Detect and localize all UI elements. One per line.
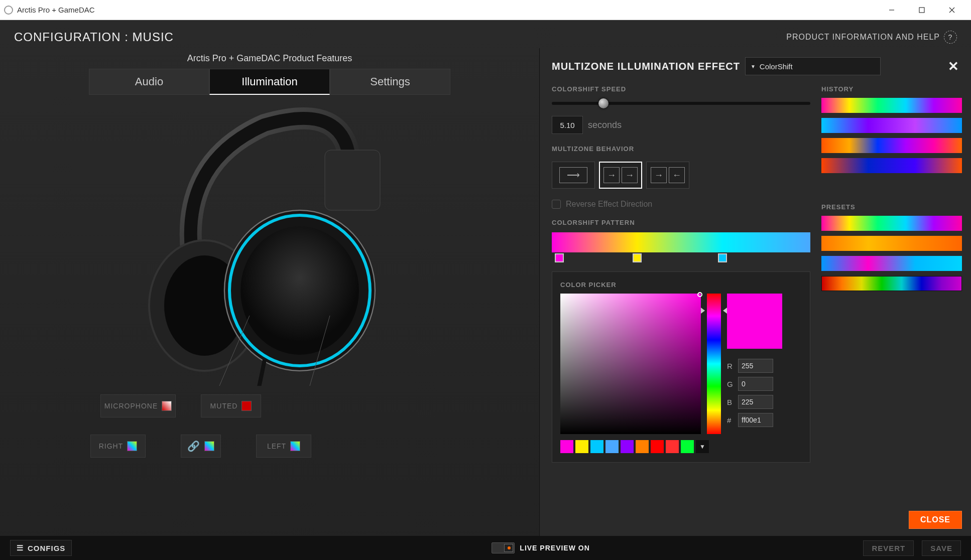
color-preview (727, 294, 782, 349)
swatch[interactable] (651, 440, 664, 453)
history-swatch[interactable] (821, 118, 962, 133)
b-label: B (727, 398, 734, 406)
zone-microphone-swatch (162, 401, 172, 411)
swatch[interactable] (636, 440, 649, 453)
behavior-sync[interactable]: ⟶ (552, 162, 595, 189)
zone-right[interactable]: RIGHT (90, 435, 146, 458)
configs-button[interactable]: ☰ CONFIGS (10, 540, 72, 556)
arrow-right-icon: → (603, 167, 620, 183)
tab-audio[interactable]: Audio (89, 69, 209, 95)
help-link[interactable]: PRODUCT INFORMATION AND HELP ? (786, 31, 957, 44)
chevron-down-icon: ▼ (751, 64, 756, 69)
speed-label: COLORSHIFT SPEED (552, 85, 810, 93)
hex-input[interactable] (738, 413, 773, 427)
picker-label: COLOR PICKER (560, 281, 802, 289)
history-swatch[interactable] (821, 158, 962, 173)
swatch[interactable] (621, 440, 634, 453)
live-preview-toggle[interactable]: LIVE PREVIEW ON (492, 542, 589, 553)
effect-dropdown[interactable]: ▼ ColorShift (745, 57, 881, 75)
zone-microphone[interactable]: MICROPHONE (100, 394, 176, 417)
tab-settings[interactable]: Settings (330, 69, 450, 95)
speed-slider-thumb[interactable] (598, 98, 609, 108)
zone-link[interactable]: 🔗 (181, 435, 221, 458)
swatch[interactable] (666, 440, 679, 453)
app-header: CONFIGURATION : MUSIC PRODUCT INFORMATIO… (0, 20, 971, 48)
help-link-label: PRODUCT INFORMATION AND HELP (786, 33, 940, 42)
b-input[interactable] (738, 395, 773, 409)
window-titlebar: Arctis Pro + GameDAC (0, 0, 971, 20)
speed-slider[interactable] (552, 102, 810, 105)
speed-value-input[interactable]: 5.10 (552, 116, 583, 134)
g-input[interactable] (738, 377, 773, 391)
pattern-label: COLORSHIFT PATTERN (552, 219, 810, 226)
close-panel-icon[interactable]: ✕ (945, 59, 962, 74)
zone-microphone-label: MICROPHONE (104, 402, 158, 410)
behavior-opposite[interactable]: → ← (646, 162, 689, 189)
minimize-button[interactable] (877, 1, 907, 20)
illumination-effect-panel: MULTIZONE ILLUMINATION EFFECT ▼ ColorShi… (539, 48, 971, 536)
history-swatch[interactable] (821, 138, 962, 153)
zone-left-swatch (290, 441, 300, 451)
swatch[interactable] (560, 440, 573, 453)
history-swatch[interactable] (821, 98, 962, 113)
swatch-more-icon[interactable]: ▼ (696, 440, 709, 453)
swatch[interactable] (681, 440, 694, 453)
zone-muted[interactable]: MUTED (201, 394, 261, 417)
r-label: R (727, 362, 734, 370)
arrow-right-long-icon: ⟶ (559, 167, 587, 183)
tab-illumination[interactable]: Illumination (209, 69, 330, 95)
behavior-label: MULTIZONE BEHAVIOR (552, 145, 810, 153)
maximize-button[interactable] (907, 1, 937, 20)
preset-swatch[interactable] (821, 256, 962, 271)
arrow-right-icon: → (651, 167, 667, 183)
presets-label: PRESETS (821, 203, 962, 211)
swatch[interactable] (575, 440, 588, 453)
product-features-label: Arctis Pro + GameDAC Product Features (187, 53, 352, 64)
link-icon: 🔗 (187, 440, 200, 452)
effect-selected: ColorShift (760, 62, 793, 71)
recent-swatches: ▼ (560, 440, 802, 453)
pattern-stop-2[interactable] (633, 253, 642, 262)
window-title: Arctis Pro + GameDAC (17, 6, 95, 14)
close-button[interactable]: CLOSE (909, 511, 962, 529)
toggle-icon (492, 542, 515, 553)
revert-button[interactable]: REVERT (863, 540, 914, 556)
speed-unit: seconds (588, 120, 622, 130)
hex-label: # (727, 416, 734, 425)
pattern-stop-3[interactable] (718, 253, 727, 262)
zone-right-swatch (127, 441, 137, 451)
sv-cursor[interactable] (697, 292, 702, 297)
hue-cursor[interactable] (704, 308, 724, 313)
saturation-value-area[interactable] (560, 294, 701, 434)
svg-rect-1 (919, 8, 924, 13)
behavior-same-direction[interactable]: → → (599, 162, 642, 189)
color-picker: COLOR PICKER R (552, 271, 810, 463)
close-window-button[interactable] (937, 1, 967, 20)
zone-right-label: RIGHT (99, 442, 124, 450)
arrow-right-icon: → (622, 167, 638, 183)
panel-title: MULTIZONE ILLUMINATION EFFECT (552, 61, 740, 72)
zone-left[interactable]: LEFT (256, 435, 311, 458)
preset-swatch[interactable] (821, 276, 962, 291)
pattern-stop-1[interactable] (555, 253, 564, 262)
arrow-left-icon: ← (669, 167, 685, 183)
colorshift-pattern[interactable] (552, 232, 810, 252)
zone-link-swatch (204, 441, 214, 451)
hue-slider[interactable] (707, 294, 721, 434)
preset-swatch[interactable] (821, 216, 962, 231)
preset-swatch[interactable] (821, 236, 962, 251)
app-logo-icon (4, 6, 13, 15)
checkbox-icon (552, 200, 561, 209)
save-button[interactable]: SAVE (922, 540, 961, 556)
zone-left-label: LEFT (267, 442, 286, 450)
configuration-title: CONFIGURATION : MUSIC (14, 30, 174, 44)
list-icon: ☰ (17, 543, 24, 552)
r-input[interactable] (738, 359, 773, 373)
g-label: G (727, 380, 734, 388)
app-footer: ☰ CONFIGS LIVE PREVIEW ON REVERT SAVE (0, 536, 971, 560)
reverse-direction-checkbox[interactable]: Reverse Effect Direction (552, 200, 810, 209)
feature-tabs: Audio Illumination Settings (89, 69, 450, 95)
swatch[interactable] (605, 440, 619, 453)
configs-label: CONFIGS (28, 544, 65, 552)
swatch[interactable] (590, 440, 603, 453)
